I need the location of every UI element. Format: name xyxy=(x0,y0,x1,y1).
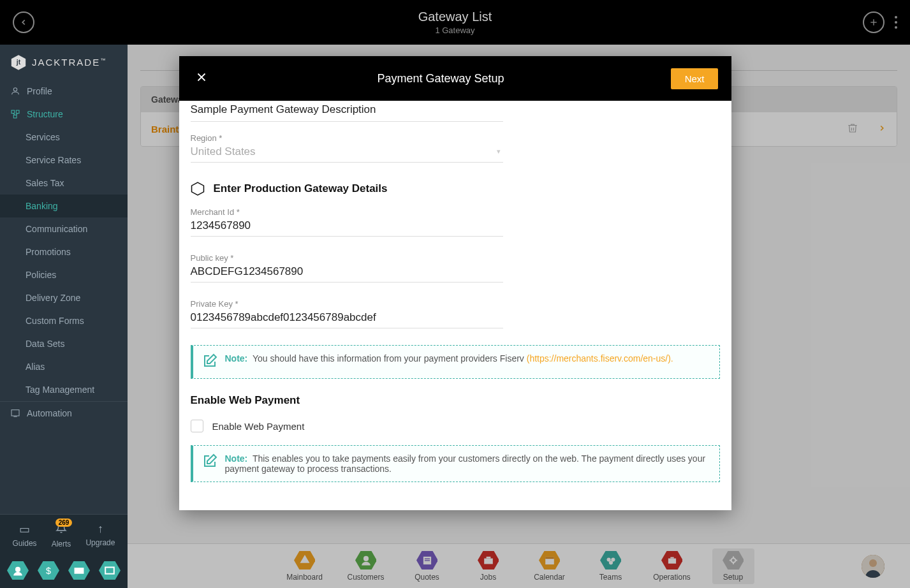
modal-header: Payment Gateway Setup Next xyxy=(179,56,731,101)
sidebar-item-alias[interactable]: Alias xyxy=(0,355,128,378)
public-key-field[interactable]: Public key * ABCDEFG1234567890 xyxy=(191,253,503,283)
modal-body[interactable]: Sample Payment Gateway Description Regio… xyxy=(179,101,731,510)
sidebar: jt JACKTRADE™ Profile Structure Services… xyxy=(0,45,128,588)
sidebar-item-profile[interactable]: Profile xyxy=(0,80,128,103)
edit-icon xyxy=(202,353,217,371)
sidebar-item-delivery-zone[interactable]: Delivery Zone xyxy=(0,286,128,309)
svg-point-13 xyxy=(15,567,20,572)
payment-gateway-modal: Payment Gateway Setup Next Sample Paymen… xyxy=(179,56,731,510)
public-key-value: ABCDEFG1234567890 xyxy=(191,265,503,278)
brand-tm: ™ xyxy=(100,57,106,63)
back-button[interactable] xyxy=(13,11,34,33)
note-label: Note: xyxy=(225,453,248,464)
private-key-label: Private Key * xyxy=(191,299,503,309)
svg-point-4 xyxy=(13,88,17,91)
page-subtitle: 1 Gateway xyxy=(418,26,492,35)
automation-icon xyxy=(10,408,20,418)
sidebar-item-tag-management[interactable]: Tag Management xyxy=(0,378,128,401)
sidebar-item-communication[interactable]: Communication xyxy=(0,217,128,240)
quick-hex-3[interactable] xyxy=(68,561,90,580)
more-menu-button[interactable] xyxy=(895,16,897,29)
modal-title: Payment Gateway Setup xyxy=(378,72,504,85)
sidebar-item-service-rates[interactable]: Service Rates xyxy=(0,149,128,172)
merchant-id-value: 1234567890 xyxy=(191,219,503,232)
note-text: This enables you to take payments easily… xyxy=(225,453,706,474)
svg-rect-17 xyxy=(75,568,84,574)
svg-rect-5 xyxy=(11,110,15,114)
sidebar-item-sales-tax[interactable]: Sales Tax xyxy=(0,172,128,195)
note-text: You should have this information from yo… xyxy=(253,353,527,364)
gateway-section-title: Enter Production Gateway Details xyxy=(214,182,388,195)
sidebar-item-data-sets[interactable]: Data Sets xyxy=(0,332,128,355)
svg-rect-6 xyxy=(16,110,19,114)
sidebar-item-banking[interactable]: Banking xyxy=(0,195,128,217)
sidebar-item-structure[interactable]: Structure xyxy=(0,103,128,126)
region-value: United States xyxy=(191,145,503,158)
region-field[interactable]: Region * United States xyxy=(191,133,503,163)
svg-rect-10 xyxy=(11,410,19,416)
svg-rect-7 xyxy=(13,115,17,118)
note-link[interactable]: (https://merchants.fiserv.com/en-us/). xyxy=(527,353,673,364)
enable-web-payment-checkbox[interactable] xyxy=(191,420,203,432)
brand-name: JACKTRADE xyxy=(32,57,100,68)
public-key-label: Public key * xyxy=(191,253,503,263)
private-key-field[interactable]: Private Key * 0123456789abcdef0123456789… xyxy=(191,299,503,328)
quick-hex-1[interactable] xyxy=(7,561,29,580)
sidebar-item-promotions[interactable]: Promotions xyxy=(0,240,128,263)
page-header: Gateway List 1 Gateway xyxy=(0,0,910,45)
upgrade-button[interactable]: ↑ Upgrade xyxy=(85,522,115,548)
enable-web-payment-title: Enable Web Payment xyxy=(191,394,720,407)
alerts-badge: 269 xyxy=(55,518,73,527)
arrow-up-icon: ↑ xyxy=(85,522,115,536)
sidebar-item-custom-forms[interactable]: Custom Forms xyxy=(0,309,128,332)
brand-logo[interactable]: jt JACKTRADE™ xyxy=(0,45,128,80)
sidebar-item-policies[interactable]: Policies xyxy=(0,263,128,286)
svg-marker-18 xyxy=(99,561,121,580)
structure-icon xyxy=(10,109,20,119)
note-fiserv: Note: You should have this information f… xyxy=(191,345,720,379)
merchant-id-label: Merchant Id * xyxy=(191,207,503,217)
svg-marker-50 xyxy=(191,182,203,195)
svg-text:jt: jt xyxy=(16,59,21,66)
region-label: Region * xyxy=(191,133,503,143)
edit-icon xyxy=(202,453,217,471)
user-icon xyxy=(10,86,20,96)
sidebar-item-automation[interactable]: Automation xyxy=(0,401,128,425)
svg-text:$: $ xyxy=(46,566,51,576)
hexagon-icon xyxy=(191,182,205,196)
logo-icon: jt xyxy=(10,54,27,71)
enable-web-payment-label: Enable Web Payment xyxy=(212,421,305,432)
page-title: Gateway List xyxy=(418,10,492,24)
merchant-id-field[interactable]: Merchant Id * 1234567890 xyxy=(191,207,503,237)
private-key-value: 0123456789abcdef0123456789abcdef xyxy=(191,311,503,324)
enable-web-payment-row[interactable]: Enable Web Payment xyxy=(191,420,720,432)
note-label: Note: xyxy=(225,353,248,364)
description-value[interactable]: Sample Payment Gateway Description xyxy=(191,101,503,122)
alerts-button[interactable]: 269 Alerts xyxy=(52,522,71,548)
note-web-payment: Note: This enables you to take payments … xyxy=(191,445,720,482)
next-button[interactable]: Next xyxy=(671,68,719,89)
sidebar-item-label: Structure xyxy=(27,109,63,119)
quick-hex-2[interactable]: $ xyxy=(38,561,59,580)
sidebar-item-services[interactable]: Services xyxy=(0,126,128,149)
quick-hex-4[interactable] xyxy=(99,561,121,580)
guides-button[interactable]: ▭ Guides xyxy=(13,522,37,548)
sidebar-item-label: Automation xyxy=(27,408,72,418)
sidebar-item-label: Profile xyxy=(27,86,52,96)
add-button[interactable] xyxy=(863,11,884,33)
close-button[interactable] xyxy=(192,69,211,89)
guides-icon: ▭ xyxy=(13,522,37,536)
